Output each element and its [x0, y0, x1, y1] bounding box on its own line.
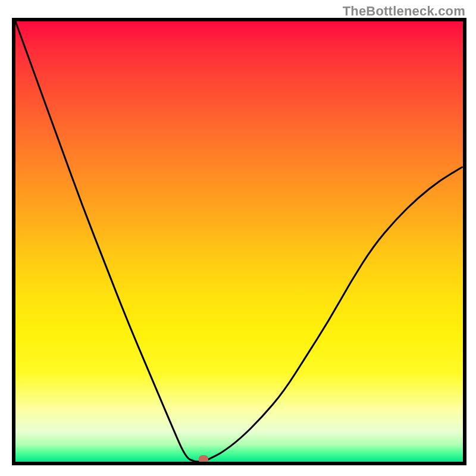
chart-container: TheBottleneck.com: [0, 0, 476, 476]
minimum-marker: [199, 455, 208, 464]
bottleneck-curve: [15, 21, 463, 462]
plot-area: [12, 18, 466, 465]
watermark-text: TheBottleneck.com: [343, 4, 465, 19]
